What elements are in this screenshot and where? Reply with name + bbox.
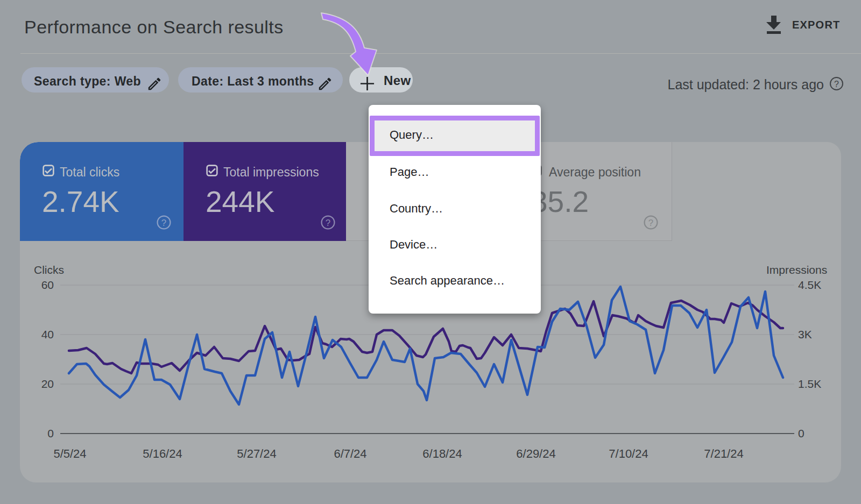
svg-text:3K: 3K — [798, 328, 812, 340]
svg-text:6/29/24: 6/29/24 — [516, 447, 555, 460]
svg-text:Clicks: Clicks — [34, 264, 64, 276]
svg-text:5/5/24: 5/5/24 — [53, 447, 86, 460]
svg-text:1.5K: 1.5K — [798, 378, 821, 390]
svg-text:0: 0 — [47, 427, 54, 439]
svg-text:7/10/24: 7/10/24 — [609, 447, 648, 460]
svg-text:6/7/24: 6/7/24 — [334, 447, 366, 460]
svg-text:7/21/24: 7/21/24 — [704, 447, 743, 460]
svg-text:40: 40 — [41, 328, 54, 340]
svg-text:Impressions: Impressions — [766, 264, 827, 276]
svg-text:6/18/24: 6/18/24 — [422, 447, 462, 460]
svg-text:60: 60 — [41, 279, 54, 291]
svg-text:5/16/24: 5/16/24 — [143, 447, 182, 460]
svg-text:4.5K: 4.5K — [798, 279, 821, 291]
svg-text:5/27/24: 5/27/24 — [237, 447, 276, 460]
svg-text:20: 20 — [41, 378, 54, 390]
svg-text:0: 0 — [798, 427, 804, 439]
